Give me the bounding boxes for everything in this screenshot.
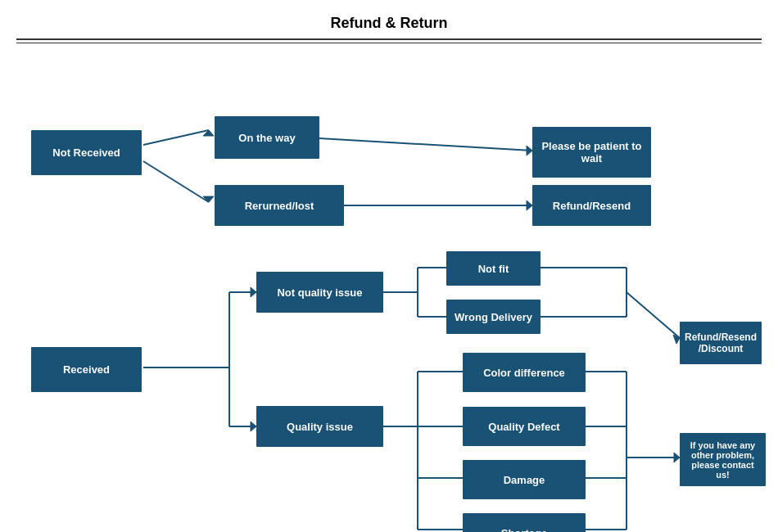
returned-lost-box: Rerurned/lost xyxy=(215,185,344,226)
connector-lines xyxy=(0,48,778,531)
quality-defect-box: Quality Defect xyxy=(463,407,586,446)
not-fit-box: Not fit xyxy=(446,251,541,286)
received-box: Received xyxy=(31,347,142,392)
svg-marker-11 xyxy=(251,287,256,297)
svg-marker-7 xyxy=(527,201,532,210)
svg-marker-3 xyxy=(203,196,214,202)
svg-marker-13 xyxy=(251,422,256,431)
svg-line-21 xyxy=(626,292,680,338)
on-the-way-box: On the way xyxy=(215,116,319,159)
refund-resend-1-box: Refund/Resend xyxy=(532,185,651,226)
not-quality-issue-box: Not quality issue xyxy=(256,272,383,313)
contact-us-box: If you have any other problem, please co… xyxy=(680,433,766,486)
damage-box: Damage xyxy=(463,460,586,499)
page-title: Refund & Return xyxy=(0,0,778,38)
please-be-patient-box: Please be patient to wait xyxy=(532,127,651,178)
svg-line-0 xyxy=(143,130,209,145)
wrong-delivery-box: Wrong Delivery xyxy=(446,300,541,334)
divider-top xyxy=(16,38,762,40)
refund-resend-discount-box: Refund/Resend /Discount xyxy=(680,322,762,364)
svg-line-2 xyxy=(143,161,209,202)
divider-top2 xyxy=(16,43,762,43)
color-difference-box: Color difference xyxy=(463,353,586,392)
diagram-area: Not Received On the way Rerurned/lost Pl… xyxy=(0,48,778,531)
not-received-box: Not Received xyxy=(31,130,142,175)
svg-marker-5 xyxy=(527,146,532,156)
quality-issue-box: Quality issue xyxy=(256,406,383,447)
svg-marker-35 xyxy=(674,453,680,462)
shortage-box: Shortage xyxy=(463,513,586,532)
svg-line-4 xyxy=(319,138,532,151)
svg-marker-1 xyxy=(203,130,214,136)
svg-marker-22 xyxy=(673,335,680,344)
